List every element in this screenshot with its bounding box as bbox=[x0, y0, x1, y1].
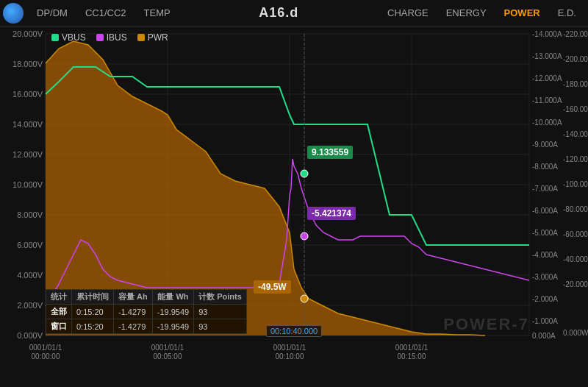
svg-text:-11.000A: -11.000A bbox=[532, 96, 562, 104]
stats-table: 统计 累计时间 容量 Ah 能量 Wh 计数 Points 全部 0:15:20… bbox=[46, 289, 247, 334]
tooltip-vbus: 9.133559 bbox=[307, 146, 353, 159]
svg-text:16.000V: 16.000V bbox=[12, 90, 43, 99]
svg-text:-6.000A: -6.000A bbox=[532, 207, 558, 215]
svg-text:-7.000A: -7.000A bbox=[532, 185, 558, 193]
row-win-label: 窗口 bbox=[46, 319, 72, 334]
tab-dp-dm[interactable]: DP/DM bbox=[28, 4, 76, 21]
tooltip-ibus: -5.421374 bbox=[307, 207, 356, 220]
chart-title: A16.d bbox=[179, 5, 379, 21]
svg-text:-4.000A: -4.000A bbox=[532, 251, 558, 259]
tooltip-pwr: -49.5W bbox=[254, 280, 291, 294]
legend-vbus-label: VBUS bbox=[62, 32, 86, 43]
svg-text:2.000V: 2.000V bbox=[17, 301, 43, 310]
tooltip-pwr-value: -49.5W bbox=[258, 282, 287, 292]
col-header-capacity: 容量 Ah bbox=[114, 290, 153, 305]
row-all-count: 93 bbox=[194, 305, 247, 319]
row-all-energy: -19.9549 bbox=[152, 305, 193, 319]
svg-text:4.000V: 4.000V bbox=[17, 271, 43, 280]
chart-legend: VBUS IBUS PWR bbox=[51, 32, 168, 43]
svg-text:-160.000W: -160.000W bbox=[563, 105, 588, 113]
svg-text:12.000V: 12.000V bbox=[12, 150, 43, 159]
tooltip-vbus-value: 9.133559 bbox=[312, 147, 348, 157]
svg-text:14.000V: 14.000V bbox=[12, 120, 43, 129]
svg-text:00:15:00: 00:15:00 bbox=[398, 352, 426, 361]
svg-text:-20.000W: -20.000W bbox=[563, 280, 588, 288]
legend-vbus: VBUS bbox=[51, 32, 86, 43]
app-logo bbox=[3, 3, 24, 24]
tab-temp[interactable]: TEMP bbox=[135, 4, 179, 21]
col-header-time: 累计时间 bbox=[72, 290, 114, 305]
svg-text:-140.000W: -140.000W bbox=[563, 130, 588, 138]
svg-text:-60.000W: -60.000W bbox=[563, 230, 588, 238]
svg-text:00:05:00: 00:05:00 bbox=[154, 352, 182, 361]
svg-text:-8.000A: -8.000A bbox=[532, 163, 558, 171]
stats-row-window: 窗口 0:15:20 -1.4279 -19.9549 93 bbox=[46, 319, 247, 334]
col-header-count: 计数 Points bbox=[194, 290, 247, 305]
legend-pwr: PWR bbox=[137, 32, 168, 43]
svg-text:-12.000A: -12.000A bbox=[532, 74, 562, 82]
svg-text:-14.000A: -14.000A bbox=[532, 30, 562, 38]
row-all-capacity: -1.4279 bbox=[114, 305, 153, 319]
ibus-color-dot bbox=[96, 34, 104, 41]
pwr-color-dot bbox=[137, 34, 145, 41]
tab-charge[interactable]: CHARGE bbox=[379, 4, 437, 21]
svg-text:-40.000W: -40.000W bbox=[563, 255, 588, 263]
stats-row-all: 全部 0:15:20 -1.4279 -19.9549 93 bbox=[46, 305, 247, 319]
vbus-color-dot bbox=[51, 34, 59, 41]
svg-text:18.000V: 18.000V bbox=[12, 60, 43, 68]
svg-text:-10.000A: -10.000A bbox=[532, 118, 562, 127]
svg-text:-3.000A: -3.000A bbox=[532, 273, 558, 281]
col-header-label: 统计 bbox=[46, 290, 72, 305]
svg-text:0.000A: 0.000A bbox=[532, 332, 556, 340]
tab-power[interactable]: POWER bbox=[495, 4, 549, 21]
time-marker: 00:10:40.000 bbox=[266, 325, 322, 337]
svg-text:10.000V: 10.000V bbox=[12, 180, 43, 189]
row-all-label: 全部 bbox=[46, 305, 72, 319]
svg-text:-5.000A: -5.000A bbox=[532, 229, 558, 237]
tab-energy[interactable]: ENERGY bbox=[437, 4, 495, 21]
row-all-time: 0:15:20 bbox=[72, 305, 114, 319]
svg-text:-220.000W: -220.000W bbox=[563, 30, 588, 38]
tab-ed[interactable]: E.D. bbox=[549, 4, 585, 21]
legend-ibus-label: IBUS bbox=[107, 32, 127, 43]
svg-text:-180.000W: -180.000W bbox=[563, 80, 588, 88]
svg-text:-13.000A: -13.000A bbox=[532, 52, 562, 60]
svg-point-65 bbox=[301, 170, 308, 177]
svg-point-67 bbox=[301, 295, 308, 302]
row-win-energy: -19.9549 bbox=[152, 319, 193, 334]
svg-text:0001/01/1: 0001/01/1 bbox=[29, 344, 62, 352]
top-nav: DP/DM CC1/CC2 TEMP A16.d CHARGE ENERGY P… bbox=[0, 0, 588, 26]
svg-text:-120.000W: -120.000W bbox=[563, 155, 588, 163]
svg-text:-200.000W: -200.000W bbox=[563, 55, 588, 63]
svg-text:0.000V: 0.000V bbox=[17, 331, 43, 340]
legend-ibus: IBUS bbox=[96, 32, 127, 43]
svg-point-66 bbox=[301, 232, 308, 240]
row-win-time: 0:15:20 bbox=[72, 319, 114, 334]
svg-text:-9.000A: -9.000A bbox=[532, 141, 558, 149]
svg-text:0001/01/1: 0001/01/1 bbox=[151, 344, 184, 352]
col-header-energy: 能量 Wh bbox=[152, 290, 193, 305]
watermark: POWER-7 bbox=[443, 315, 529, 334]
svg-text:6.000V: 6.000V bbox=[17, 241, 43, 249]
chart-container: 20.000V 18.000V 16.000V 14.000V 12.000V … bbox=[0, 26, 588, 387]
svg-text:20.000V: 20.000V bbox=[12, 29, 43, 38]
svg-text:-1.000A: -1.000A bbox=[532, 317, 558, 325]
svg-text:-80.000W: -80.000W bbox=[563, 205, 588, 213]
row-win-capacity: -1.4279 bbox=[114, 319, 153, 334]
svg-text:0.000W: 0.000W bbox=[563, 329, 588, 337]
svg-text:00:00:00: 00:00:00 bbox=[32, 352, 60, 361]
tab-cc1-cc2[interactable]: CC1/CC2 bbox=[76, 4, 135, 21]
tooltip-ibus-value: -5.421374 bbox=[312, 208, 351, 219]
svg-text:8.000V: 8.000V bbox=[17, 210, 43, 219]
svg-text:-2.000A: -2.000A bbox=[532, 295, 558, 303]
svg-text:-100.000W: -100.000W bbox=[563, 180, 588, 188]
legend-pwr-label: PWR bbox=[148, 32, 168, 43]
svg-text:0001/01/1: 0001/01/1 bbox=[273, 344, 306, 352]
svg-text:0001/01/1: 0001/01/1 bbox=[395, 344, 429, 352]
svg-text:00:10:00: 00:10:00 bbox=[276, 352, 304, 361]
row-win-count: 93 bbox=[194, 319, 247, 334]
